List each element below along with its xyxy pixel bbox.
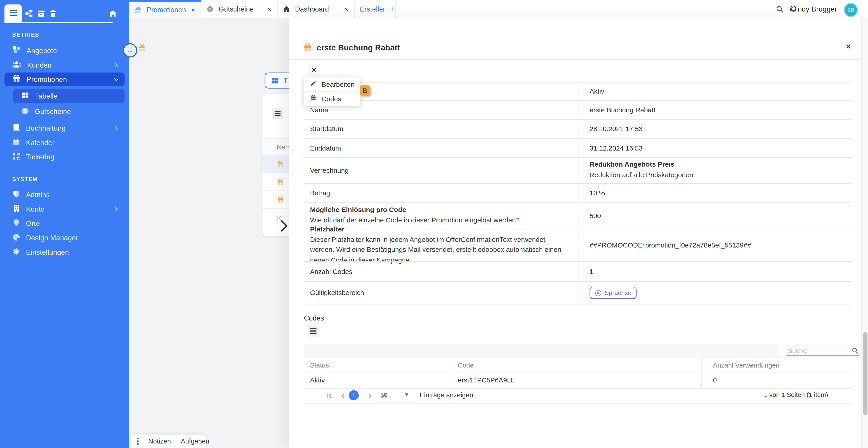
menu-item-bearbeiten[interactable]: Bearbeiten xyxy=(304,77,360,91)
hamburger-icon xyxy=(310,328,316,333)
sidebar-item-einstellungen[interactable]: Einstellungen xyxy=(4,245,125,259)
column-header-status[interactable]: Status xyxy=(310,358,329,373)
pagination-summary: 1 von 1 Seiten (1 item) xyxy=(764,391,828,398)
app-window: BETRIEB Angebote Kunden Promotionen Tabe… xyxy=(0,0,868,448)
sidebar-item-orte[interactable]: Orte xyxy=(4,217,125,230)
pencil-icon xyxy=(310,80,316,89)
section-label-system: SYSTEM xyxy=(12,176,37,182)
qr-icon xyxy=(12,152,21,162)
codes-menu-button[interactable] xyxy=(308,325,319,337)
chevron-right-icon xyxy=(280,220,288,232)
prev-page-icon[interactable] xyxy=(339,392,346,399)
home-icon[interactable] xyxy=(108,9,117,18)
shortcut-badge: B xyxy=(360,85,370,96)
svg-text:$: $ xyxy=(24,108,26,113)
scrollbar[interactable] xyxy=(862,18,868,448)
palette-icon xyxy=(12,233,21,243)
search-field[interactable] xyxy=(779,344,866,357)
code-row-usages: 0 xyxy=(713,373,717,388)
close-icon[interactable]: × xyxy=(191,6,195,14)
sidebar-item-konto[interactable]: Konto xyxy=(4,202,125,216)
tab-promotionen[interactable]: Promotionen × xyxy=(129,0,202,18)
badge-dollar-icon: $ xyxy=(21,106,29,117)
sidebar-menu-button[interactable] xyxy=(4,4,22,23)
sidebar-item-admins[interactable]: Admins xyxy=(4,188,125,201)
sidebar-item-ticketing[interactable]: Ticketing xyxy=(4,150,125,164)
sitemap-icon[interactable] xyxy=(24,9,33,18)
chevron-right-icon xyxy=(114,125,119,131)
context-menu: Bearbeiten Codes B xyxy=(304,77,360,106)
page-size-select[interactable]: 10 ▼ xyxy=(380,391,414,398)
table-row[interactable] xyxy=(262,173,289,191)
hamburger-icon[interactable] xyxy=(272,108,283,119)
first-page-icon[interactable] xyxy=(326,392,333,399)
archive-icon[interactable] xyxy=(37,9,45,18)
sidebar-item-kalender[interactable]: Kalender xyxy=(4,136,125,150)
sidebar-item-buchhaltung[interactable]: Buchhaltung xyxy=(4,121,125,135)
search-icon[interactable] xyxy=(776,5,784,15)
calendar-icon xyxy=(12,138,21,148)
gift-icon xyxy=(310,95,316,103)
next-page-icon[interactable] xyxy=(366,392,373,399)
user-name[interactable]: Cindy Brugger xyxy=(791,0,837,18)
divider xyxy=(304,304,852,304)
cubes-icon xyxy=(12,45,21,56)
trash-icon[interactable] xyxy=(49,9,58,18)
column-divider xyxy=(702,358,702,388)
tab-dashboard[interactable]: Dashboard × xyxy=(278,0,355,18)
coin-icon: $ xyxy=(206,5,214,13)
gift-icon xyxy=(303,43,312,54)
section-label-betrieb: BETRIEB xyxy=(12,32,39,38)
expand-panel-button[interactable] xyxy=(278,219,289,233)
sidebar-item-kunden[interactable]: Kunden xyxy=(4,58,125,72)
sidebar-divider xyxy=(4,22,113,23)
search-icon[interactable] xyxy=(851,347,859,356)
close-icon[interactable]: × xyxy=(268,5,271,13)
tab-gutscheine[interactable]: $ Gutscheine × xyxy=(202,0,278,18)
close-icon[interactable]: × xyxy=(344,5,348,13)
promotion-detail-panel: erste Buchung Rabatt × × Bearbeiten Code… xyxy=(289,18,868,448)
tasks-tab[interactable]: Aufgaben xyxy=(176,437,214,445)
scrollbar-thumb[interactable] xyxy=(863,332,867,415)
sidebar-item-angebote[interactable]: Angebote xyxy=(4,44,125,57)
table-row[interactable] xyxy=(262,156,289,173)
gift-icon xyxy=(277,178,284,186)
chevron-down-icon xyxy=(114,76,119,82)
sidebar-item-tabelle[interactable]: Tabelle xyxy=(13,89,125,103)
gear-icon xyxy=(12,247,21,257)
column-header-code[interactable]: Code xyxy=(458,358,473,373)
tab-erstellen[interactable]: Erstellen + xyxy=(355,0,396,18)
sidebar-item-gutscheine[interactable]: $ Gutscheine xyxy=(13,105,125,119)
plus-icon: + xyxy=(390,5,395,13)
gift-icon xyxy=(12,74,21,85)
table-icon xyxy=(271,76,279,84)
clipped-column-header: Name xyxy=(262,138,289,156)
current-page-button[interactable]: 1 xyxy=(349,390,359,400)
notes-tab[interactable]: Notizen xyxy=(143,437,176,445)
promotions-table-card: Name xyxy=(262,94,289,236)
codes-heading: Codes xyxy=(304,314,324,322)
placeholder-code: ##PROMOCODE*promotion_f0e72a78e5ef_55139… xyxy=(590,242,839,249)
hamburger-icon xyxy=(9,8,18,19)
scope-chip[interactable]: Sprachsc xyxy=(590,287,637,299)
avatar[interactable]: CB xyxy=(844,3,858,17)
sidebar-item-design-manager[interactable]: Design Manager xyxy=(4,231,125,245)
table-row[interactable] xyxy=(262,191,289,209)
divider xyxy=(289,59,861,60)
building-icon xyxy=(12,204,21,214)
table-view-button[interactable]: T xyxy=(265,72,289,89)
panel-title: erste Buchung Rabatt xyxy=(317,43,400,52)
search-input[interactable] xyxy=(786,345,854,356)
column-divider xyxy=(578,82,579,304)
sidebar-collapse-button[interactable]: ↔ xyxy=(123,43,137,58)
close-menu-button[interactable]: × xyxy=(308,64,320,76)
footer-dock: Notizen Aufgaben xyxy=(131,435,206,448)
close-icon[interactable]: × xyxy=(846,41,850,51)
gift-icon xyxy=(138,44,146,54)
menu-item-codes[interactable]: Codes xyxy=(304,91,360,106)
codes-pagination: 1 10 ▼ Einträge anzeigen 1 von 1 Seiten … xyxy=(304,388,852,403)
tab-bar: Promotionen × $ Gutscheine × Dashboard ×… xyxy=(129,0,868,18)
dots-vertical-icon[interactable] xyxy=(131,437,143,445)
column-header-verwendungen[interactable]: Anzahl Verwendungen xyxy=(713,358,779,373)
sidebar-item-promotionen[interactable]: Promotionen xyxy=(4,72,125,86)
